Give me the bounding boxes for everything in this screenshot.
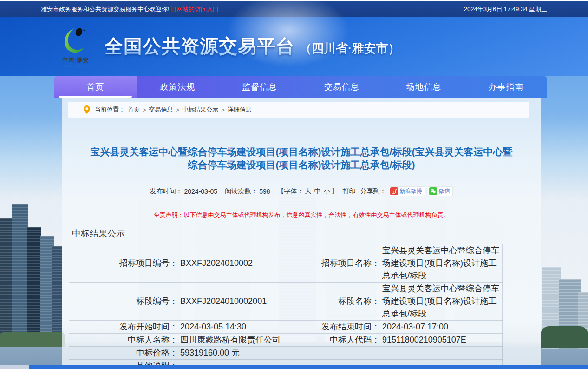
welcome-text: 雅安市政务服务和公共资源交易服务中心欢迎你!: [41, 5, 170, 13]
field-label: 中标价格：: [69, 347, 179, 360]
page-title: 宝兴县灵关客运中心暨综合停车场建设项目(项目名称)设计施工总承包/标段(宝兴县灵…: [90, 145, 513, 171]
footer-bar-left: [0, 365, 29, 369]
field-value: 91511800210905107E: [381, 334, 503, 347]
building-shape: [27, 227, 41, 344]
field-value: [381, 347, 503, 360]
breadcrumb-detail: 详细信息: [228, 105, 252, 114]
wechat-icon: [429, 187, 437, 195]
weibo-icon: [390, 187, 398, 195]
trees: [541, 326, 588, 348]
building-shape: [52, 246, 62, 344]
views-value: 598: [259, 188, 270, 195]
print-button[interactable]: 打印: [342, 187, 355, 196]
table-row: 招标项目编号： BXXFJ2024010002 招标项目名称： 宝兴县灵关客运中…: [69, 244, 503, 283]
share-weibo-label: 新浪微博: [399, 187, 422, 195]
breadcrumb: 当前位置： 首页 > 交易信息 > 中标结果公示 > 详细信息: [68, 102, 529, 118]
font-size-label: 【字体：: [277, 187, 303, 196]
field-value: 宝兴县灵关客运中心暨综合停车场建设项目(项目名称)设计施工总承包/标段: [381, 244, 503, 283]
font-size-label-close: 】: [331, 187, 338, 196]
site-title-main: 全国公共资源交易平台: [105, 33, 295, 59]
table-row: 中标价格： 59319160.00 元: [69, 347, 503, 360]
field-value: 59319160.00 元: [179, 347, 320, 360]
nav-item-supervision[interactable]: 监督信息: [219, 76, 301, 98]
breadcrumb-separator: >: [221, 106, 225, 113]
logo-swoosh-icon: [60, 26, 91, 55]
field-label: 招标项目编号：: [69, 244, 179, 283]
breadcrumb-separator: >: [143, 106, 146, 113]
font-size-large[interactable]: 大: [305, 187, 311, 196]
field-value: BXXFJ2024010002001: [179, 283, 320, 321]
field-label: [320, 347, 381, 360]
breadcrumb-label: 当前位置：: [95, 105, 125, 114]
trees: [0, 332, 65, 347]
logo-text-cn: 中国·雅安: [54, 56, 97, 64]
nav-item-trading[interactable]: 交易信息: [301, 76, 383, 98]
china-yaan-logo[interactable]: 中国·雅安 China Ya'an: [54, 26, 97, 68]
table-row: 标段编号： BXXFJ2024010002001 标段名称： 宝兴县灵关客运中心…: [69, 283, 503, 321]
page: 雅安市政务服务和公共资源交易服务中心欢迎你! 旧网站的访问入口 2024年3月6…: [0, 0, 588, 369]
table-row: 发布开始时间： 2024-03-05 14:30 发布结束时间： 2024-03…: [69, 321, 503, 334]
footer-bar: [0, 365, 588, 369]
field-value: BXXFJ2024010002: [179, 244, 320, 283]
nav-item-home[interactable]: 首页: [54, 76, 137, 98]
table-row: 中标人名称： 四川康藏路桥有限责任公司 中标人代码： 9151180021090…: [69, 334, 503, 347]
field-label: 标段名称：: [320, 283, 381, 321]
share-wechat-button[interactable]: 微信: [428, 186, 453, 196]
old-site-link[interactable]: 旧网站的访问入口: [170, 5, 219, 13]
breadcrumb-trading-info[interactable]: 交易信息: [149, 105, 173, 114]
datetime-text: 2024年3月6日 17:49:34 星期三: [464, 5, 547, 13]
field-label: 标段编号：: [69, 283, 179, 321]
breadcrumb-bid-results[interactable]: 中标结果公示: [182, 105, 218, 114]
site-title-region: （四川省·雅安市）: [300, 40, 400, 57]
nav-item-venue[interactable]: 场地信息: [383, 76, 465, 98]
content-container: 当前位置： 首页 > 交易信息 > 中标结果公示 > 详细信息 宝兴县灵关客运中…: [62, 98, 541, 365]
field-value: 四川康藏路桥有限责任公司: [179, 334, 320, 347]
breadcrumb-separator: >: [176, 106, 180, 113]
building-shape: [12, 204, 28, 344]
field-value: 2024-03-05 14:30: [179, 321, 320, 334]
site-header: 中国·雅安 China Ya'an 全国公共资源交易平台 （四川省·雅安市）: [0, 17, 588, 76]
field-label: 中标人代码：: [320, 334, 381, 347]
views-label: 阅读次数：: [225, 187, 257, 196]
site-title: 全国公共资源交易平台 （四川省·雅安市）: [105, 33, 400, 59]
field-label: 中标人名称：: [69, 334, 179, 347]
disclaimer-text: 免责声明：以下信息由交易主体或代理机构发布，信息的真实性，合法性，有效性由交易主…: [62, 211, 541, 219]
article-meta: 发布时间： 2024-03-05 阅读次数： 598 【字体： 大 中 小 】 …: [62, 186, 541, 196]
publish-time-value: 2024-03-05: [184, 188, 218, 195]
field-label: 招标项目名称：: [320, 244, 381, 283]
location-pin-icon: [84, 105, 90, 114]
share-weibo-button[interactable]: 新浪微博: [389, 186, 425, 196]
section-title: 中标结果公示: [72, 228, 541, 240]
breadcrumb-home[interactable]: 首页: [128, 105, 140, 114]
nav-item-policies[interactable]: 政策法规: [137, 76, 219, 98]
field-value: 宝兴县灵关客运中心暨综合停车场建设项目(项目名称)设计施工总承包/标段: [381, 283, 503, 321]
nav-item-guide[interactable]: 办事指南: [465, 76, 547, 98]
topbar: 雅安市政务服务和公共资源交易服务中心欢迎你! 旧网站的访问入口 2024年3月6…: [0, 1, 588, 17]
result-table: 招标项目编号： BXXFJ2024010002 招标项目名称： 宝兴县灵关客运中…: [69, 244, 503, 369]
field-label: 发布开始时间：: [69, 321, 179, 334]
font-size-medium[interactable]: 中: [314, 187, 320, 196]
publish-time-label: 发布时间：: [150, 187, 183, 196]
field-label: 发布结束时间：: [320, 321, 381, 334]
font-size-small[interactable]: 小: [323, 187, 330, 196]
logo-text-en: China Ya'an: [54, 64, 97, 68]
share-wechat-label: 微信: [438, 187, 450, 195]
main-nav: 首页 政策法规 监督信息 交易信息 场地信息 办事指南: [54, 76, 547, 98]
field-value: 2024-03-07 17:00: [381, 321, 503, 334]
share-label: 分享到：: [360, 187, 386, 196]
